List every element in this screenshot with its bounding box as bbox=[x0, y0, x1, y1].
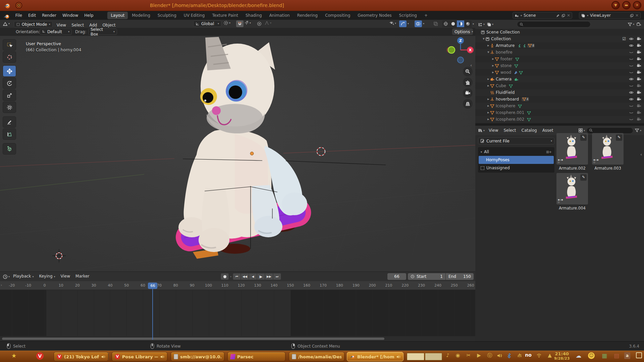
taskbar-window-5[interactable]: /home/amalie/Des... bbox=[289, 352, 344, 361]
gizmos-toggle[interactable] bbox=[399, 20, 407, 27]
asset-thumbnail[interactable]: ✎◆▫◆◇ bbox=[556, 133, 588, 165]
hide-viewport-toggle-off[interactable] bbox=[629, 57, 634, 61]
tool-transform[interactable] bbox=[3, 102, 16, 113]
snap-toggle[interactable] bbox=[236, 20, 244, 27]
disable-render-toggle[interactable] bbox=[637, 90, 641, 95]
asset-card-armature-003[interactable]: ✎◆▫◆◇Armature.003 bbox=[592, 133, 624, 171]
launcher-vivaldi-icon[interactable]: V bbox=[36, 352, 44, 360]
unlink-scene-icon[interactable]: ✕ bbox=[567, 13, 570, 18]
current-frame-field[interactable]: 66 bbox=[387, 273, 406, 280]
outliner-row-wood[interactable]: ▶wood bbox=[475, 69, 644, 76]
close-button[interactable]: ✕ bbox=[633, 1, 641, 9]
workspace-tab-sculpting[interactable]: Sculpting bbox=[154, 12, 180, 19]
outliner-row-icosphere-002[interactable]: ▶Icosphere.002 bbox=[475, 116, 644, 123]
falloff-dropdown[interactable]: ▾ bbox=[264, 20, 271, 25]
outliner-row-fluidfield[interactable]: FluidField bbox=[475, 89, 644, 96]
taskbar-window-1[interactable]: V(21) Tokyo Lofi ... bbox=[54, 352, 108, 361]
tray-shield-icon[interactable]: Ⓤ bbox=[485, 352, 494, 359]
timeline-editor-type-button[interactable]: ▾ bbox=[3, 274, 10, 279]
object-visibility-dropdown[interactable]: ▾ bbox=[389, 20, 396, 26]
timeline-menu-marker[interactable]: Marker bbox=[73, 272, 92, 280]
outliner-row-bonefire[interactable]: ▼bonefire bbox=[475, 49, 644, 56]
tray-emoji-smiley-icon[interactable]: ☺ bbox=[587, 352, 596, 359]
app-menu-star-icon[interactable]: ★ bbox=[11, 352, 16, 359]
hide-viewport-toggle[interactable] bbox=[629, 43, 634, 48]
pivot-point-dropdown[interactable]: ▾ bbox=[223, 20, 230, 25]
disable-render-toggle-off[interactable] bbox=[637, 83, 641, 88]
viewlayer-selector[interactable]: ▾ ViewLayer ✕ bbox=[579, 12, 641, 19]
add-workspace-button[interactable]: + bbox=[421, 12, 431, 19]
expand-arrow[interactable]: ▶ bbox=[491, 71, 495, 74]
outliner-row-icosphere[interactable]: ▶Icosphere bbox=[475, 103, 644, 109]
workspace-tab-shading[interactable]: Shading bbox=[242, 12, 265, 19]
3d-viewport[interactable]: User Perspective (66) Collection | horny… bbox=[0, 36, 475, 272]
expand-arrow[interactable]: ▶ bbox=[491, 64, 495, 67]
workspace-tab-uv-editing[interactable]: UV Editing bbox=[180, 12, 208, 19]
scene-dropdown-chevron[interactable]: ▾ bbox=[521, 14, 522, 17]
asset-sidebar-chevron[interactable]: ‹ bbox=[640, 152, 642, 157]
asset-menu-catalog[interactable]: Catalog bbox=[519, 126, 540, 134]
timeline-menu-view[interactable]: View bbox=[58, 272, 73, 280]
perspective-toggle-button[interactable] bbox=[463, 99, 473, 109]
viewlayer-dropdown-chevron[interactable]: ▾ bbox=[587, 14, 588, 17]
taskbar-window-4[interactable]: Parsec bbox=[227, 352, 285, 361]
disable-render-toggle-off[interactable] bbox=[637, 117, 641, 122]
pin-icon[interactable] bbox=[556, 14, 560, 17]
tray-clipboard-scissors-icon[interactable]: ✂ bbox=[464, 352, 473, 358]
asset-search-input[interactable] bbox=[586, 127, 633, 134]
menu-help[interactable]: Help bbox=[81, 11, 96, 20]
asset-filter-dropdown[interactable]: ▾ bbox=[635, 128, 641, 133]
shading-rendered-button[interactable] bbox=[464, 20, 472, 27]
outliner-row-camera[interactable]: ▶Camera bbox=[475, 76, 644, 82]
clock-widget[interactable]: 21:40 9/28/23 bbox=[554, 352, 570, 361]
workspace-tab-animation[interactable]: Animation bbox=[266, 12, 293, 19]
expand-arrow[interactable]: ▶ bbox=[487, 98, 490, 101]
hide-viewport-toggle-off[interactable] bbox=[629, 50, 634, 55]
tray-volume-icon[interactable] bbox=[495, 352, 504, 358]
record-button[interactable] bbox=[221, 273, 229, 280]
window-menu-icon[interactable] bbox=[15, 1, 23, 9]
expand-arrow[interactable]: ▶ bbox=[487, 44, 490, 47]
workspace-pager[interactable] bbox=[407, 353, 442, 360]
timeline-menu-playback[interactable]: Playback ▾ bbox=[10, 272, 36, 281]
minimize-button[interactable]: ▼ bbox=[611, 1, 620, 9]
disable-render-toggle[interactable] bbox=[637, 57, 641, 61]
outliner-row-hoverboard[interactable]: ▶hoverboard4 bbox=[475, 96, 644, 103]
outliner-row-icosphere-001[interactable]: ▶Icosphere.001 bbox=[475, 109, 644, 116]
jump-to-end-button[interactable]: ⏭ bbox=[273, 273, 281, 280]
asset-menu-select[interactable]: Select bbox=[501, 126, 519, 134]
tool-cursor[interactable] bbox=[3, 51, 16, 63]
transform-orientation-dropdown[interactable]: Global▾ bbox=[193, 20, 221, 27]
expand-arrow[interactable]: ▼ bbox=[482, 38, 485, 40]
play-reverse-button[interactable]: ◀ bbox=[249, 273, 257, 280]
next-keyframe-button[interactable]: ▶▶ bbox=[265, 273, 273, 280]
disable-render-toggle[interactable] bbox=[637, 77, 641, 81]
scene-name[interactable]: Scene bbox=[524, 13, 554, 18]
expand-arrow[interactable]: ▶ bbox=[487, 84, 490, 87]
frame-start-field[interactable]: Start1 bbox=[408, 273, 445, 280]
hide-viewport-toggle-off[interactable] bbox=[629, 117, 634, 122]
blender-logo-icon[interactable] bbox=[3, 13, 10, 19]
timeline-dopesheet[interactable] bbox=[0, 290, 475, 336]
timeline-scrollbar[interactable] bbox=[2, 338, 384, 340]
hide-viewport-toggle[interactable] bbox=[629, 97, 634, 102]
maximize-button[interactable]: ▬ bbox=[622, 1, 631, 9]
asset-menu-view[interactable]: View bbox=[486, 126, 501, 134]
asset-thumbnail[interactable]: ✎◆▫◆◇ bbox=[556, 173, 588, 204]
asset-thumbnail[interactable]: ✎◆▫◆◇ bbox=[592, 133, 624, 165]
tool-tweak-select[interactable] bbox=[3, 39, 16, 51]
taskbar-window-2[interactable]: VPose Library — ... bbox=[112, 352, 167, 361]
asset-display-mode-dropdown[interactable]: ▾ bbox=[578, 128, 585, 133]
outliner-row-irradiancevolume[interactable]: ▶IrradianceVolume bbox=[475, 123, 644, 123]
asset-editor-type-button[interactable]: ▾ bbox=[478, 128, 485, 133]
tray-show-desktop-icon[interactable] bbox=[635, 352, 643, 360]
asset-card-armature-002[interactable]: ✎◆▫◆◇Armature.002 bbox=[556, 133, 588, 171]
outliner-row-footer[interactable]: ▶footer bbox=[475, 56, 644, 62]
menu-window[interactable]: Window bbox=[59, 11, 81, 20]
asset-menu-asset[interactable]: Asset bbox=[540, 126, 556, 134]
timeline-ruler[interactable]: -20-100102030405060708090100110120130140… bbox=[0, 281, 475, 290]
tool-scale[interactable] bbox=[3, 89, 16, 101]
disable-render-toggle[interactable] bbox=[637, 43, 641, 48]
outliner-editor-type-button[interactable]: ▾ bbox=[478, 22, 485, 27]
new-viewlayer-icon[interactable] bbox=[630, 14, 634, 17]
